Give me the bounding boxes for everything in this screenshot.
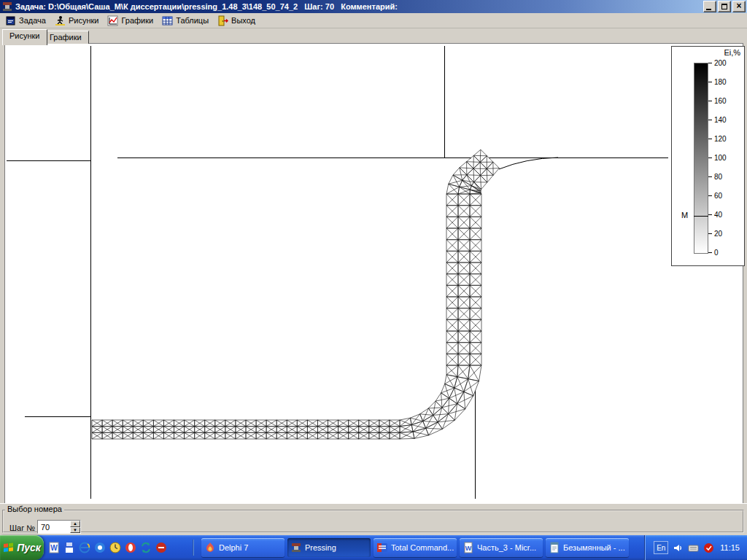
menubar: Задача Рисунки Графики Таблиц — [0, 13, 747, 28]
die-shoulder-curve — [499, 158, 558, 169]
step-panel: Выбор номера Шаг № ▲ ▼ — [0, 503, 747, 535]
keyboard-icon[interactable] — [688, 542, 699, 553]
quicklaunch-messenger-icon[interactable] — [94, 542, 106, 553]
fem-mesh — [92, 149, 499, 439]
menu-item-label: Задача — [19, 16, 46, 25]
legend-tick: 60 — [708, 192, 722, 199]
menu-item-pictures[interactable]: Рисунки — [52, 14, 105, 28]
total-commander-icon — [376, 542, 388, 553]
app-icon — [2, 1, 12, 12]
legend-title: Ei,% — [724, 48, 740, 57]
taskbar-button-total-commander[interactable]: Total Command... — [374, 538, 457, 557]
step-groupbox: Шаг № ▲ ▼ — [2, 510, 744, 533]
volume-icon[interactable] — [673, 542, 684, 553]
group-label: Выбор номера — [5, 505, 64, 513]
word-doc-icon: W — [462, 542, 474, 553]
legend-tick: 200 — [708, 59, 727, 66]
tray-clock: 11:15 — [720, 543, 740, 552]
minimize-button[interactable] — [703, 1, 716, 12]
legend-tick: 0 — [708, 249, 719, 256]
legend-tick: 40 — [708, 211, 722, 218]
legend-tick: 160 — [708, 97, 727, 104]
pressing-icon — [290, 542, 302, 553]
task-label: Pressing — [305, 543, 336, 552]
menu-item-exit[interactable]: Выход — [214, 14, 261, 28]
menu-item-label: Графики — [121, 16, 153, 25]
legend-marker-label: M — [681, 211, 688, 219]
legend-tick: 140 — [708, 116, 727, 123]
notepad-icon — [549, 542, 560, 553]
app-window: Задача: D:\Общая\Саша_М\К диссертации\pr… — [0, 0, 747, 560]
taskbar: Пуск W — [0, 535, 747, 560]
language-indicator[interactable]: En — [654, 541, 668, 554]
legend-tick: 180 — [708, 78, 727, 85]
spin-down-button[interactable]: ▼ — [70, 527, 80, 534]
taskbar-separator — [193, 540, 194, 556]
step-input[interactable] — [38, 521, 70, 533]
window-controls: × — [703, 1, 746, 12]
step-label: Шаг № — [9, 524, 35, 532]
tab-charts[interactable]: Графики — [42, 31, 89, 44]
task-label: Delphi 7 — [219, 543, 248, 552]
svg-text:W: W — [465, 545, 472, 552]
exit-icon — [217, 15, 228, 26]
task-label: Часть_3 - Micr... — [477, 543, 536, 552]
task-icon — [5, 15, 16, 26]
quicklaunch-ie-icon[interactable] — [79, 542, 90, 553]
quicklaunch-emule-icon[interactable] — [155, 542, 167, 553]
taskbar-button-word-doc[interactable]: W Часть_3 - Micr... — [460, 538, 543, 557]
legend-tick: 80 — [708, 173, 722, 180]
taskbar-button-pressing[interactable]: Pressing — [287, 538, 371, 557]
legend-gradient-bar — [694, 63, 708, 254]
pictures-icon — [55, 15, 66, 26]
legend-tick: 20 — [708, 230, 722, 237]
quick-launch: W — [48, 542, 167, 553]
charts-icon — [107, 15, 118, 26]
drawing-canvas — [4, 43, 743, 504]
spin-buttons: ▲ ▼ — [70, 521, 80, 533]
delphi-icon — [204, 542, 216, 553]
taskbar-button-notepad[interactable]: Безымянный - ... — [546, 538, 629, 557]
spin-up-button[interactable]: ▲ — [70, 521, 80, 527]
tables-icon — [162, 15, 173, 26]
quicklaunch-save-icon[interactable] — [63, 542, 75, 553]
antivirus-icon[interactable] — [703, 542, 714, 553]
strain-legend: Ei,% 200180160140120100806040200 M — [671, 46, 745, 266]
step-spinner: ▲ ▼ — [37, 520, 81, 534]
quicklaunch-clock-icon[interactable] — [109, 542, 121, 553]
quicklaunch-sync-icon[interactable] — [140, 542, 152, 553]
legend-tick: 100 — [708, 154, 727, 161]
windows-logo-icon — [3, 542, 15, 553]
window-title: Задача: D:\Общая\Саша_М\К диссертации\pr… — [15, 2, 700, 11]
menu-item-label: Таблицы — [176, 16, 209, 25]
menu-item-label: Выход — [231, 16, 255, 25]
quicklaunch-word-icon[interactable]: W — [48, 542, 60, 553]
simulation-view — [5, 44, 743, 503]
quicklaunch-opera-icon[interactable] — [125, 542, 136, 553]
restore-button[interactable] — [718, 1, 731, 12]
tab-strip: Рисунки Графики — [0, 29, 747, 43]
menu-item-label: Рисунки — [69, 16, 99, 25]
system-tray: En 11:15 — [644, 535, 747, 560]
legend-marker-line — [694, 216, 708, 217]
close-button[interactable]: × — [732, 1, 746, 12]
menu-item-tables[interactable]: Таблицы — [159, 14, 214, 28]
task-buttons: Delphi 7 Pressing Total Command... — [201, 538, 629, 557]
titlebar: Задача: D:\Общая\Саша_М\К диссертации\pr… — [0, 0, 747, 13]
svg-text:W: W — [50, 544, 58, 552]
menu-item-task[interactable]: Задача — [2, 14, 52, 28]
tab-pictures[interactable]: Рисунки — [2, 29, 47, 45]
legend-tick: 120 — [708, 135, 727, 142]
menu-item-charts[interactable]: Графики — [104, 14, 159, 28]
task-label: Total Command... — [391, 543, 454, 552]
start-label: Пуск — [17, 542, 41, 553]
taskbar-button-delphi[interactable]: Delphi 7 — [201, 538, 285, 557]
start-button[interactable]: Пуск — [0, 535, 44, 560]
task-label: Безымянный - ... — [563, 543, 625, 552]
